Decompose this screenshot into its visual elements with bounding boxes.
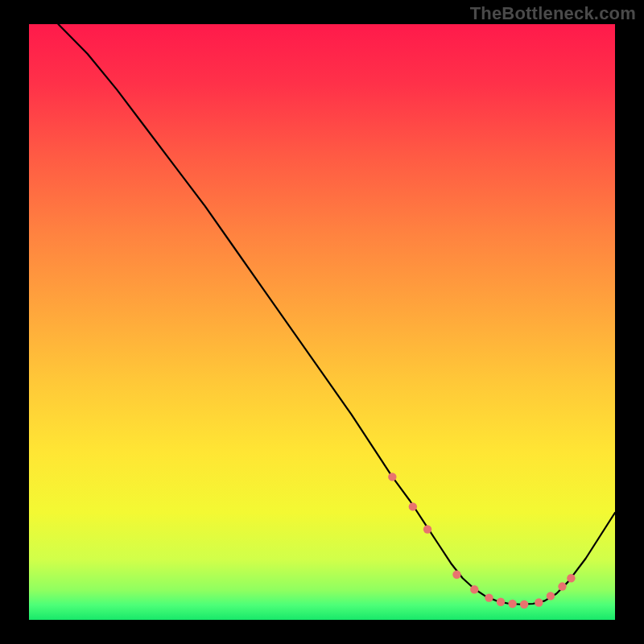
highlight-point bbox=[409, 502, 417, 510]
highlight-point bbox=[508, 600, 516, 608]
highlight-point bbox=[452, 571, 460, 579]
highlight-point bbox=[423, 525, 431, 533]
highlight-point bbox=[497, 598, 505, 606]
highlight-point bbox=[535, 598, 543, 606]
highlight-point bbox=[547, 592, 555, 600]
watermark-text: TheBottleneck.com bbox=[470, 3, 636, 24]
highlight-point bbox=[567, 574, 575, 582]
highlight-point bbox=[470, 585, 478, 593]
highlight-point bbox=[485, 593, 493, 601]
gradient-background bbox=[29, 24, 615, 620]
highlight-point bbox=[520, 601, 528, 609]
chart-frame: TheBottleneck.com bbox=[0, 0, 644, 644]
highlight-point bbox=[388, 473, 396, 481]
bottleneck-chart bbox=[0, 0, 644, 644]
highlight-point bbox=[558, 582, 566, 590]
